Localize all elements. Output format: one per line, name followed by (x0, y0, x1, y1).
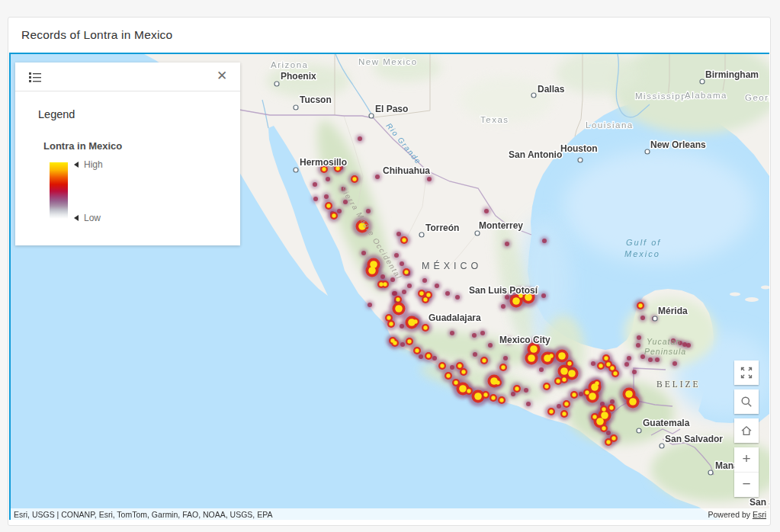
heat-point (518, 293, 522, 297)
heat-point (459, 385, 467, 393)
heat-point (671, 338, 676, 343)
heat-point (558, 352, 566, 360)
heat-point (591, 361, 595, 366)
legend-list-icon[interactable] (28, 70, 42, 84)
heat-point (632, 370, 637, 374)
heat-point (402, 290, 406, 294)
heat-point (358, 136, 362, 141)
heat-point (400, 261, 404, 266)
heat-point (636, 343, 640, 348)
heat-point (589, 393, 596, 400)
legend-high-row: High (74, 159, 103, 170)
heat-point (366, 209, 371, 213)
heat-point (407, 339, 411, 343)
city-marker (555, 153, 560, 158)
heat-point (383, 282, 387, 286)
heat-point (426, 354, 430, 357)
powered-by: Powered by Esri (708, 510, 766, 519)
heat-point (393, 341, 396, 345)
zoom-control: + − (734, 447, 759, 497)
legend-low-label: Low (84, 213, 101, 223)
heat-point (352, 177, 356, 181)
heat-point (564, 402, 568, 405)
map-frame: ArizonaNew MexicoTexasMississippiAlabama… (9, 53, 769, 520)
heat-point (606, 362, 610, 366)
attribution-sources: Esri, USGS | CONANP, Esri, TomTom, Garmi… (14, 510, 272, 519)
heat-point (682, 342, 687, 347)
heat-point (611, 436, 615, 440)
heat-point (426, 293, 430, 296)
heat-point (368, 267, 376, 274)
heat-point (368, 303, 372, 307)
heat-point (322, 167, 326, 171)
city-marker (274, 82, 279, 86)
heat-point (400, 342, 405, 347)
esri-link[interactable]: Esri (753, 510, 766, 519)
heat-point (337, 209, 342, 213)
heat-point (624, 362, 629, 367)
heat-point (332, 213, 335, 217)
expand-icon (740, 367, 753, 379)
home-button[interactable] (734, 418, 759, 443)
heat-point (335, 166, 339, 170)
heat-point (483, 393, 487, 396)
heat-point (539, 367, 544, 372)
heat-point (686, 343, 691, 348)
heat-point (672, 361, 677, 366)
heat-point (499, 398, 503, 402)
heat-point (544, 384, 548, 388)
heat-point (419, 291, 423, 295)
heat-point (627, 356, 631, 361)
attribution-bar: Esri, USGS | CONANP, Esri, TomTom, Garmi… (11, 508, 769, 520)
zoom-out-button[interactable]: − (734, 472, 759, 497)
heat-point (610, 366, 614, 370)
heat-point (407, 284, 412, 288)
heat-point (404, 270, 408, 274)
heat-point (568, 370, 576, 377)
heat-point (567, 361, 571, 365)
heat-point (423, 325, 427, 329)
heat-point (515, 386, 518, 390)
legend-low-row: Low (74, 213, 101, 223)
city-marker (369, 114, 374, 118)
heat-point (390, 277, 395, 282)
heat-point (648, 357, 653, 362)
expand-extent-button[interactable] (734, 361, 759, 385)
legend-panel-header: ✕ (15, 62, 240, 91)
heat-point (324, 194, 329, 199)
heat-point (562, 412, 566, 415)
city-marker (419, 232, 424, 237)
heat-point (480, 331, 485, 335)
heat-point (602, 426, 605, 430)
heat-point (533, 339, 538, 344)
heat-point (343, 200, 348, 204)
heat-point (549, 409, 553, 413)
heat-point (505, 295, 509, 300)
heat-point (530, 345, 538, 353)
city-marker (531, 93, 536, 98)
legend-high-label: High (84, 159, 103, 170)
city-marker (645, 149, 650, 154)
heat-point (396, 232, 401, 236)
heat-point (413, 319, 417, 323)
search-button[interactable] (734, 389, 759, 414)
heat-point (526, 402, 531, 406)
heat-point (484, 209, 489, 213)
heat-point (640, 316, 645, 320)
heat-point (596, 418, 604, 425)
heat-point (511, 392, 515, 396)
legend-body: Legend Lontra in Mexico High Low (15, 91, 240, 223)
heat-point (380, 274, 385, 279)
heat-point (560, 367, 568, 375)
city-marker (653, 316, 657, 321)
heat-point (557, 404, 561, 409)
close-icon[interactable]: ✕ (213, 67, 231, 85)
zoom-in-button[interactable]: + (734, 447, 759, 472)
heat-point (606, 431, 611, 435)
heat-point (370, 261, 377, 268)
heat-point (542, 239, 547, 243)
heat-point (604, 356, 608, 360)
heat-point (389, 322, 393, 325)
heat-point (501, 304, 506, 309)
map-canvas[interactable]: ArizonaNew MexicoTexasMississippiAlabama… (11, 54, 769, 520)
